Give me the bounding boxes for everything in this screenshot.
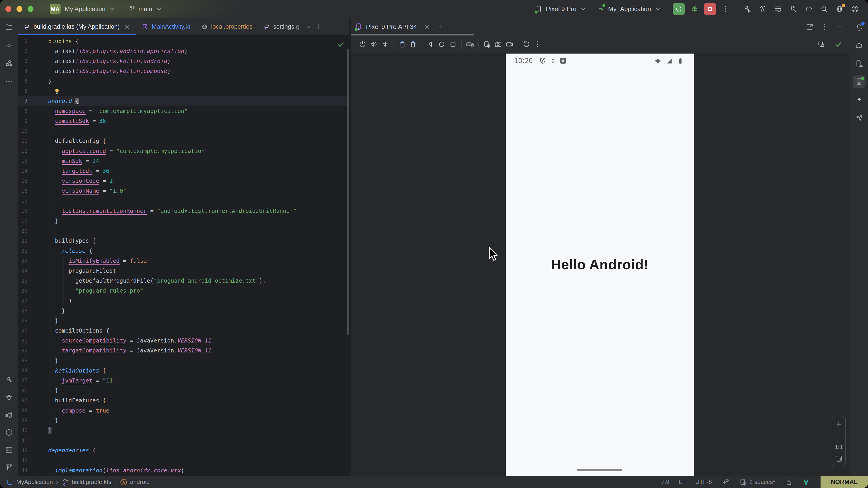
tool-gradle[interactable] xyxy=(853,39,866,52)
minimize-window-button[interactable] xyxy=(17,6,22,12)
ideavim-widget[interactable] xyxy=(802,479,810,486)
profile-button[interactable] xyxy=(850,4,860,14)
device-tab[interactable]: Pixel 9 Pro API 34 xyxy=(355,23,431,31)
close-window-button[interactable] xyxy=(5,6,11,12)
apply-changes-button[interactable] xyxy=(758,4,768,14)
tool-gemini[interactable] xyxy=(3,391,16,404)
code-line[interactable]: 23 isMinifyEnabled = false xyxy=(18,256,349,266)
tool-project-folder[interactable] xyxy=(3,21,16,33)
device-settings-button[interactable] xyxy=(481,39,493,50)
zoom-fit-button[interactable] xyxy=(835,455,842,462)
code-line[interactable]: 25 getDefaultProguardFile("proguard-andr… xyxy=(18,276,349,286)
code-line[interactable]: 28 } xyxy=(18,306,349,316)
tool-gemini-sparkle[interactable] xyxy=(853,94,866,106)
reset-button[interactable] xyxy=(521,39,532,50)
breadcrumb-element[interactable]: android xyxy=(120,478,150,486)
zoom-out-button[interactable]: − xyxy=(835,432,842,439)
rotate-left-button[interactable] xyxy=(397,39,408,50)
volume-up-button[interactable] xyxy=(368,39,379,50)
tool-more-windows[interactable] xyxy=(3,75,16,88)
tool-problems[interactable] xyxy=(3,426,16,439)
project-selector[interactable]: My Application xyxy=(65,5,116,13)
code-line[interactable]: 1plugins { xyxy=(18,36,349,46)
attach-debugger-button[interactable] xyxy=(788,4,798,14)
code-line[interactable]: 33 } xyxy=(18,356,349,365)
code-line[interactable]: 39 } xyxy=(18,416,349,425)
tool-notifications[interactable] xyxy=(853,21,866,34)
tool-resource-manager[interactable] xyxy=(3,57,16,70)
code-line[interactable]: 14 targetSdk = 36 xyxy=(18,166,349,176)
emulator-more-button[interactable] xyxy=(532,39,544,50)
breadcrumb-file[interactable]: build.gradle.kts xyxy=(61,478,111,486)
branch-selector[interactable]: main xyxy=(129,5,163,13)
code-line[interactable]: 3 alias(libs.plugins.kotlin.android) xyxy=(18,56,349,66)
code-line[interactable]: 27 ) xyxy=(18,296,349,306)
code-line[interactable]: 24 proguardFiles( xyxy=(18,266,349,275)
code-line[interactable]: 31 sourceCompatibility = JavaVersion.VER… xyxy=(18,336,349,346)
zoom-window-button[interactable] xyxy=(28,6,33,12)
vim-mode-badge[interactable]: NORMAL xyxy=(820,476,868,488)
code-line[interactable]: 8 namespace = "com.example.myapplication… xyxy=(18,106,349,116)
device-selector[interactable]: Pixel 9 Pro xyxy=(534,4,587,14)
intention-bulb-icon[interactable] xyxy=(54,88,60,94)
emulator-screen[interactable]: 10:20 Hello Android! xyxy=(506,54,694,476)
tab-list-chevron-button[interactable] xyxy=(304,22,313,31)
hardware-input-button[interactable] xyxy=(464,39,475,50)
tool-version-control[interactable] xyxy=(3,461,16,474)
code-line[interactable]: 7android { xyxy=(18,96,349,106)
android-home-button[interactable] xyxy=(436,39,447,50)
code-line[interactable]: 38 compose = true xyxy=(18,405,349,416)
code-line[interactable]: 36 } xyxy=(18,386,349,396)
stop-button[interactable] xyxy=(704,3,716,15)
code-line[interactable]: 37 buildFeatures { xyxy=(18,396,349,405)
code-line[interactable]: 44 implementation(libs.androidx.core.ktx… xyxy=(18,465,349,475)
code-line[interactable]: 26 "proguard-rules.pro" xyxy=(18,286,349,296)
code-line[interactable]: 30 compileOptions { xyxy=(18,326,349,335)
line-separator-widget[interactable]: LF xyxy=(679,479,686,486)
hide-panel-icon[interactable] xyxy=(835,23,844,31)
debug-button[interactable] xyxy=(689,4,700,14)
apply-code-changes-button[interactable] xyxy=(773,4,783,14)
code-line[interactable]: 18 testInstrumentationRunner = "androidx… xyxy=(18,206,349,216)
tool-running-devices[interactable] xyxy=(853,75,866,88)
code-editor[interactable]: 1plugins {2 alias(libs.plugins.android.a… xyxy=(18,35,349,476)
panel-options-icon[interactable] xyxy=(820,23,829,31)
android-back-button[interactable] xyxy=(425,39,436,50)
tool-travel-plane[interactable] xyxy=(853,111,866,124)
open-in-new-window-icon[interactable] xyxy=(806,23,814,31)
rotate-right-button[interactable] xyxy=(408,39,419,50)
close-icon[interactable] xyxy=(423,23,431,31)
tab-build-gradle[interactable]: build.gradle.kts (My Application) xyxy=(18,18,136,35)
code-line[interactable]: 13 minSdk = 24 xyxy=(18,156,349,166)
tab-mainactivity[interactable]: MainActivity.kt xyxy=(136,18,196,35)
run-configuration-selector[interactable]: My_Application xyxy=(596,4,662,14)
tab-local-properties[interactable]: local.properties xyxy=(196,18,258,35)
caret-position-widget[interactable]: 7:9 xyxy=(661,479,669,486)
code-line[interactable]: 12 applicationId = "com.example.myapplic… xyxy=(18,146,349,156)
screen-record-button[interactable] xyxy=(504,39,515,50)
code-line[interactable]: 35 jvmTarget = "11" xyxy=(18,376,349,385)
indent-widget[interactable]: 2 spaces* xyxy=(739,478,775,486)
rerun-button[interactable] xyxy=(673,3,685,15)
ui-check-button[interactable] xyxy=(816,39,827,50)
code-line[interactable]: 20 xyxy=(18,226,349,236)
editor-scrollbar[interactable] xyxy=(347,49,349,335)
tool-device-manager[interactable] xyxy=(853,57,866,70)
read-write-lock-widget[interactable] xyxy=(785,478,793,486)
code-line[interactable]: 29 } xyxy=(18,316,349,326)
code-line[interactable]: 9 compileSdk = 36 xyxy=(18,116,349,126)
zoom-in-button[interactable]: + xyxy=(835,421,842,428)
code-line[interactable]: 2 alias(libs.plugins.android.application… xyxy=(18,46,349,56)
code-line[interactable]: 10 xyxy=(18,126,349,136)
code-line[interactable]: 32 targetCompatibility = JavaVersion.VER… xyxy=(18,346,349,356)
ai-assistant-disabled-widget[interactable] xyxy=(721,478,730,486)
tab-settings-gradle[interactable]: settings.g xyxy=(258,18,302,35)
code-line[interactable]: 5} xyxy=(18,76,349,86)
code-line[interactable]: 17 xyxy=(18,196,349,206)
breadcrumb-module[interactable]: MyApplication xyxy=(6,478,53,486)
more-run-options-button[interactable] xyxy=(721,4,731,14)
code-line[interactable]: 43 xyxy=(18,455,349,465)
code-line[interactable]: 4 alias(libs.plugins.kotlin.compose) xyxy=(18,66,349,76)
code-line[interactable]: 19 } xyxy=(18,216,349,226)
code-line[interactable]: 6 xyxy=(18,86,349,96)
